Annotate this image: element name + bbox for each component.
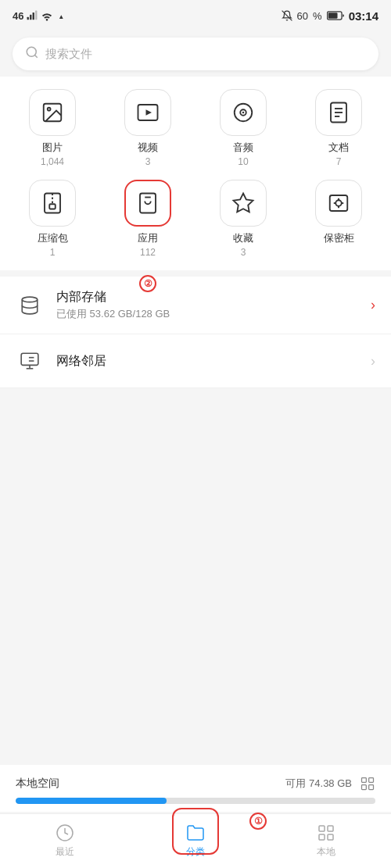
nav-recent-label: 最近 xyxy=(56,845,74,859)
internal-storage-subtitle: 已使用 53.62 GB/128 GB xyxy=(56,307,358,321)
svg-point-8 xyxy=(27,47,36,56)
storage-section: 内部存储 已使用 53.62 GB/128 GB › 网络邻居 › xyxy=(0,277,391,388)
time: 03:14 xyxy=(349,9,378,23)
internal-storage-chevron: › xyxy=(371,297,375,313)
safe-icon xyxy=(327,191,350,215)
image-icon xyxy=(41,101,64,124)
storage-bar-title: 本地空间 xyxy=(16,777,59,791)
svg-text:▲: ▲ xyxy=(59,13,65,20)
network-storage-text: 网络邻居 xyxy=(56,353,358,370)
search-bar[interactable]: 搜索文件 xyxy=(13,38,378,70)
zip-icon xyxy=(41,191,64,215)
svg-rect-2 xyxy=(33,13,34,20)
storage-icon xyxy=(16,291,44,320)
svg-rect-0 xyxy=(27,17,29,20)
status-right: 60% 03:14 xyxy=(282,9,378,23)
images-count: 1,044 xyxy=(41,156,64,167)
nav-item-recent[interactable]: 最近 xyxy=(0,817,131,865)
svg-rect-39 xyxy=(369,778,374,783)
svg-point-32 xyxy=(22,297,38,302)
favorites-icon-wrap xyxy=(220,180,267,227)
svg-rect-41 xyxy=(369,785,374,790)
svg-rect-33 xyxy=(21,353,38,365)
category-item-apps[interactable]: 应用 112 ② xyxy=(102,180,194,258)
video-icon xyxy=(136,101,160,124)
svg-rect-26 xyxy=(330,195,348,211)
internal-storage-title: 内部存储 xyxy=(56,289,358,305)
battery-level: 60 xyxy=(297,10,308,22)
svg-marker-25 xyxy=(234,194,253,213)
internal-storage-item[interactable]: 内部存储 已使用 53.62 GB/128 GB › xyxy=(0,277,391,334)
apps-label: 应用 xyxy=(138,231,158,245)
storage-bar-available: 可用 74.38 GB xyxy=(285,777,352,791)
storage-bar-fill xyxy=(16,798,167,804)
network-storage-item[interactable]: 网络邻居 › xyxy=(0,334,391,388)
svg-marker-13 xyxy=(146,109,152,116)
zip-icon-wrap xyxy=(29,180,76,227)
storage-bar-header: 本地空间 可用 74.38 GB xyxy=(16,776,375,791)
wifi-icon xyxy=(41,10,53,21)
category-item-favorites[interactable]: 收藏 3 xyxy=(197,180,289,258)
audio-icon xyxy=(231,101,255,124)
svg-rect-23 xyxy=(49,204,56,209)
status-left: 46 ▲ xyxy=(13,10,69,22)
signal-icon xyxy=(27,10,38,21)
audio-icon-wrap xyxy=(220,89,267,136)
svg-rect-46 xyxy=(328,834,333,840)
category-item-audio[interactable]: 音频 10 xyxy=(197,89,289,167)
svg-rect-45 xyxy=(319,834,325,840)
search-icon xyxy=(25,45,39,63)
signal-text: 46 xyxy=(13,10,23,22)
category-item-images[interactable]: 图片 1,044 xyxy=(6,89,99,167)
data-icon: ▲ xyxy=(56,10,69,21)
folder-icon xyxy=(186,823,205,842)
nav-item-category[interactable]: 分类 ① xyxy=(131,817,261,865)
svg-line-5 xyxy=(282,11,292,21)
svg-point-27 xyxy=(335,200,342,206)
network-icon xyxy=(16,347,44,375)
safe-icon-wrap xyxy=(315,180,362,227)
svg-rect-44 xyxy=(328,826,333,831)
svg-point-16 xyxy=(242,112,245,114)
docs-icon-wrap xyxy=(315,89,362,136)
internal-storage-icon xyxy=(20,295,40,316)
audio-label: 音频 xyxy=(233,141,253,155)
favorites-label: 收藏 xyxy=(233,231,253,245)
docs-count: 7 xyxy=(336,156,342,167)
clock-icon xyxy=(56,823,74,842)
storage-bar-track xyxy=(16,798,375,804)
bottom-nav: 最近 分类 ① 本地 xyxy=(0,813,391,868)
zip-count: 1 xyxy=(50,247,56,258)
docs-label: 文档 xyxy=(328,141,349,155)
nav-item-local[interactable]: 本地 xyxy=(260,817,391,865)
apps-count: 112 xyxy=(140,247,156,258)
svg-rect-40 xyxy=(362,785,367,790)
annotation-2: ② xyxy=(139,275,156,292)
category-item-docs[interactable]: 文档 7 xyxy=(292,89,385,167)
svg-point-11 xyxy=(48,108,51,111)
category-item-zip[interactable]: 压缩包 1 xyxy=(6,180,99,258)
network-storage-chevron: › xyxy=(371,353,375,370)
battery-icon xyxy=(327,11,344,20)
network-storage-title: 网络邻居 xyxy=(56,353,358,370)
bottom-storage-bar: 本地空间 可用 74.38 GB xyxy=(0,765,391,812)
svg-rect-38 xyxy=(362,778,367,783)
favorites-count: 3 xyxy=(241,247,246,258)
videos-count: 3 xyxy=(145,156,151,167)
audio-count: 10 xyxy=(238,156,248,167)
nav-category-label: 分类 xyxy=(186,845,205,859)
bell-icon xyxy=(282,10,292,21)
svg-rect-1 xyxy=(30,15,32,20)
svg-rect-7 xyxy=(328,13,337,19)
category-grid: 图片 1,044 视频 3 音频 10 xyxy=(0,77,391,270)
nav-local-label: 本地 xyxy=(317,845,335,859)
app-icon xyxy=(136,191,160,215)
category-item-videos[interactable]: 视频 3 xyxy=(102,89,194,167)
search-placeholder: 搜索文件 xyxy=(45,47,92,62)
grid-icon xyxy=(317,823,335,842)
category-item-safe[interactable]: 保密柜 xyxy=(292,180,385,258)
svg-rect-43 xyxy=(319,826,325,831)
network-storage-icon xyxy=(20,351,40,371)
storage-action-icon[interactable] xyxy=(360,776,375,791)
svg-rect-3 xyxy=(36,11,38,20)
